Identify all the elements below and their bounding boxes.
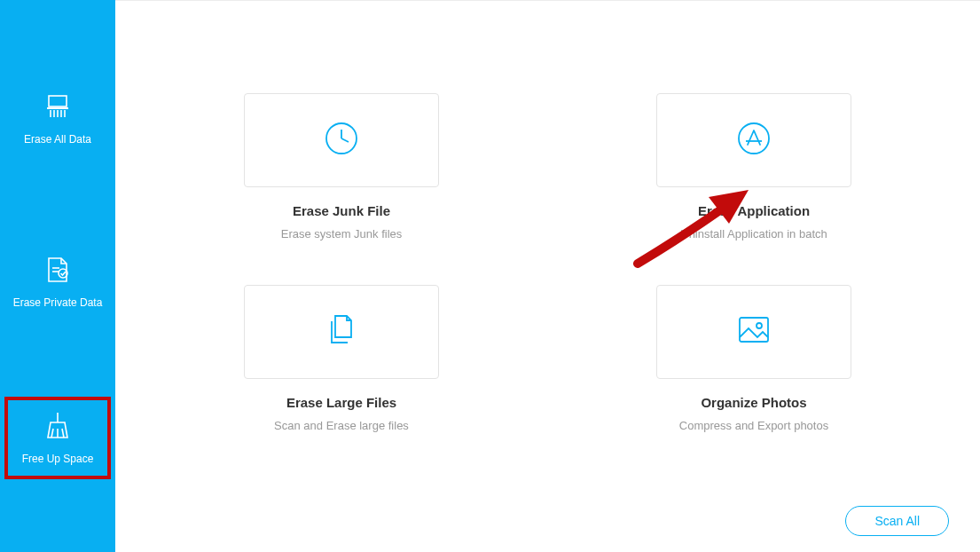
shredder-icon — [43, 89, 72, 124]
sidebar-item-label: Erase All Data — [24, 133, 91, 146]
top-divider — [115, 0, 980, 1]
files-icon — [322, 311, 361, 353]
svg-line-16 — [341, 138, 349, 142]
sidebar: Erase All Data Erase Private Data — [0, 0, 115, 552]
sidebar-item-label: Erase Private Data — [13, 296, 103, 309]
card-desc: Erase system Junk files — [281, 227, 403, 241]
card-erase-large-files[interactable]: Erase Large Files Scan and Erase large f… — [244, 285, 439, 432]
main-panel: Erase Junk File Erase system Junk files … — [115, 0, 980, 552]
sidebar-item-label: Free Up Space — [22, 453, 94, 465]
card-grid: Erase Junk File Erase system Junk files … — [193, 93, 903, 432]
svg-point-20 — [757, 323, 762, 328]
card-title: Erase Large Files — [286, 395, 396, 410]
broom-icon — [43, 408, 73, 444]
sidebar-item-erase-private-data[interactable]: Erase Private Data — [0, 243, 115, 327]
card-desc: Uninstall Application in batch — [680, 227, 827, 241]
card-icon-box — [656, 285, 851, 379]
sidebar-item-free-up-space[interactable]: Free Up Space — [0, 399, 115, 483]
svg-line-13 — [62, 429, 64, 438]
appstore-icon — [735, 120, 772, 161]
card-desc: Scan and Erase large files — [274, 419, 409, 432]
scan-all-button[interactable]: Scan All — [845, 506, 949, 536]
card-icon-box — [656, 93, 851, 187]
card-icon-box — [244, 93, 439, 187]
svg-point-17 — [739, 123, 769, 154]
svg-line-11 — [51, 429, 53, 438]
svg-rect-19 — [740, 318, 768, 342]
app-root: Erase All Data Erase Private Data — [0, 0, 980, 552]
photo-icon — [734, 311, 773, 353]
card-title: Organize Photos — [701, 395, 806, 410]
card-organize-photos[interactable]: Organize Photos Compress and Export phot… — [656, 285, 851, 432]
card-desc: Compress and Export photos — [679, 419, 828, 432]
card-erase-junk-file[interactable]: Erase Junk File Erase system Junk files — [244, 93, 439, 241]
card-title: Erase Junk File — [293, 203, 390, 218]
card-erase-application[interactable]: Erase Application Uninstall Application … — [656, 93, 851, 241]
card-title: Erase Application — [698, 203, 810, 218]
document-seal-icon — [43, 252, 72, 288]
card-icon-box — [244, 285, 439, 379]
sidebar-item-erase-all-data[interactable]: Erase All Data — [0, 80, 115, 163]
clock-icon — [323, 120, 360, 161]
svg-rect-0 — [49, 96, 67, 106]
